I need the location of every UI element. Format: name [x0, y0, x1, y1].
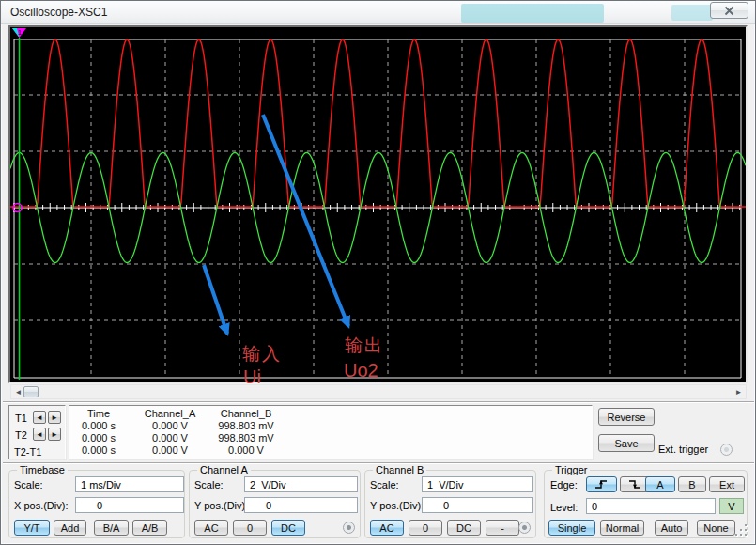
timebase-group: Timebase Scale: X pos.(Div): Y/T Add B/A… — [8, 470, 185, 538]
col-header-channel-b: Channel_B — [206, 408, 286, 419]
trigger-edge-label: Edge: — [550, 479, 578, 490]
channel-b-0-button[interactable]: 0 — [409, 520, 442, 536]
channel-a-ac-button[interactable]: AC — [194, 520, 228, 536]
close-icon — [724, 6, 734, 16]
channel-a-ypos-input[interactable] — [244, 497, 358, 513]
oscilloscope-window: Oscilloscope-XSC1 1 输入 Ui 输出 Uo2 ◄ ► — [0, 0, 756, 545]
scope-waveform-plot: 1 — [10, 27, 746, 382]
arrow-left-icon: ◄ — [36, 413, 43, 422]
trigger-auto-button[interactable]: Auto — [655, 520, 688, 536]
channel-b-group: Channel B Scale: Y pos.(Div): AC 0 DC - — [364, 470, 536, 538]
arrow-right-icon: ► — [51, 413, 58, 422]
ext-trigger-label: Ext. trigger — [658, 444, 708, 455]
scope-display[interactable]: 1 — [8, 25, 748, 383]
channel-a-terminal-icon[interactable] — [343, 522, 355, 534]
channel-b-scale-input[interactable] — [422, 476, 533, 492]
t1-time: 0.000 s — [69, 420, 128, 431]
t2-left-button[interactable]: ◄ — [33, 428, 46, 441]
window-title: Oscilloscope-XSC1 — [10, 6, 107, 19]
yt-mode-button[interactable]: Y/T — [14, 520, 50, 536]
measurement-table: Time Channel_A Channel_B 0.000 s 0.000 V… — [69, 405, 593, 459]
timebase-title: Timebase — [17, 464, 68, 475]
channel-a-group: Channel A Scale: Y pos.(Div): AC 0 DC — [189, 470, 361, 538]
timebase-xpos-label: X pos.(Div): — [14, 500, 68, 511]
col-header-time: Time — [69, 408, 128, 419]
timebase-scale-label: Scale: — [14, 479, 43, 490]
add-mode-button[interactable]: Add — [54, 520, 86, 536]
t1-channel-a: 0.000 V — [131, 420, 208, 431]
trigger-source-ext-button[interactable]: Ext — [709, 476, 745, 492]
channel-a-ypos-label: Y pos.(Div): — [194, 500, 248, 511]
rising-edge-icon — [594, 479, 609, 490]
trigger-normal-button[interactable]: Normal — [600, 520, 644, 536]
scrollbar-thumb[interactable] — [23, 386, 39, 397]
cursor-t1-label: T1 — [15, 413, 27, 424]
ba-mode-button[interactable]: B/A — [94, 520, 129, 536]
channel-b-dc-button[interactable]: DC — [447, 520, 481, 536]
title-bar[interactable]: Oscilloscope-XSC1 — [1, 1, 755, 24]
t1-channel-b: 998.803 mV — [206, 420, 286, 431]
channel-b-ypos-input[interactable] — [422, 497, 533, 513]
save-button[interactable]: Save — [598, 434, 655, 452]
diff-channel-b: 0.000 V — [206, 444, 286, 456]
channel-a-title: Channel A — [197, 464, 251, 475]
cursor-diff-label: T2-T1 — [14, 446, 41, 458]
channel-a-0-button[interactable]: 0 — [233, 520, 267, 536]
timebase-scale-input[interactable] — [75, 476, 184, 492]
trigger-level-unit-select[interactable]: V — [719, 498, 744, 514]
cursor-panel: T1 ◄ ► T2 ◄ ► T2-T1 — [8, 405, 66, 459]
svg-text:1: 1 — [18, 29, 22, 36]
channel-a-dc-button[interactable]: DC — [271, 520, 305, 536]
display-scrollbar[interactable]: ◄ ► — [10, 384, 747, 399]
ab-mode-button[interactable]: A/B — [132, 520, 167, 536]
trigger-level-label: Level: — [550, 502, 578, 513]
arrow-right-icon: ► — [51, 430, 58, 439]
arrow-left-icon: ◄ — [36, 430, 43, 439]
cursor-t2-label: T2 — [15, 429, 27, 441]
t1-left-button[interactable]: ◄ — [33, 411, 46, 424]
t2-channel-b: 998.803 mV — [206, 432, 286, 444]
col-header-channel-a: Channel_A — [131, 408, 208, 419]
t2-right-button[interactable]: ► — [48, 428, 61, 441]
t2-time: 0.000 s — [69, 432, 128, 444]
ext-trigger-terminal-icon[interactable] — [720, 444, 733, 456]
t1-right-button[interactable]: ► — [48, 411, 61, 424]
channel-a-scale-input[interactable] — [244, 476, 358, 492]
trigger-single-button[interactable]: Single — [548, 520, 595, 536]
trigger-source-b-button[interactable]: B — [678, 476, 706, 492]
channel-b-title: Channel B — [373, 464, 426, 475]
channel-a-scale-label: Scale: — [194, 479, 224, 490]
channel-b-terminal-icon[interactable] — [518, 522, 531, 534]
channel-b-scale-label: Scale: — [370, 479, 399, 490]
rising-edge-button[interactable] — [586, 476, 617, 492]
trigger-level-input[interactable] — [586, 498, 716, 514]
resize-grip[interactable] — [734, 523, 749, 540]
channel-b-ypos-label: Y pos.(Div): — [370, 500, 424, 511]
trigger-group: Trigger Edge: A B Ext Level: V Single No… — [544, 470, 748, 538]
reverse-button[interactable]: Reverse — [598, 408, 655, 426]
t2-channel-a: 0.000 V — [131, 432, 208, 444]
diff-time: 0.000 s — [69, 444, 128, 456]
trigger-source-a-button[interactable]: A — [645, 476, 675, 492]
titlebar-highlight-small — [671, 5, 713, 21]
channel-b-ac-button[interactable]: AC — [370, 520, 404, 536]
timebase-xpos-input[interactable] — [75, 497, 184, 513]
titlebar-highlight — [461, 4, 604, 23]
close-button[interactable] — [710, 2, 748, 19]
trigger-title: Trigger — [552, 464, 590, 475]
trigger-none-button[interactable]: None — [697, 520, 735, 536]
scroll-right-icon[interactable]: ► — [732, 385, 746, 398]
diff-channel-a: 0.000 V — [131, 444, 208, 456]
falling-edge-icon — [628, 479, 643, 490]
separator — [3, 401, 754, 403]
channel-b-minus-button[interactable]: - — [486, 520, 519, 536]
